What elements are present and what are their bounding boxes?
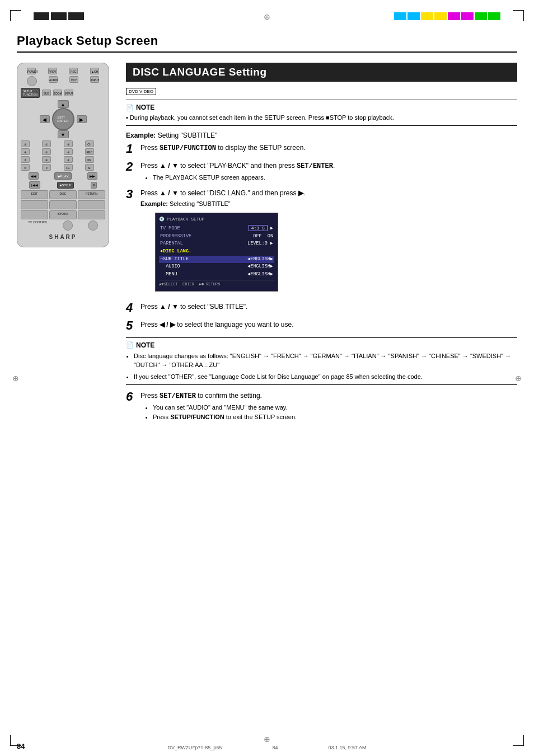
- note-2-title: 📄 NOTE: [126, 341, 517, 349]
- note-box-1: 📄 NOTE • During playback, you cannot set…: [126, 100, 517, 126]
- screen-mockup: 💿 PLAYBACK SETUP TV MODE 4:3 S ▶ PROGRES…: [155, 213, 278, 291]
- step-6-bold: SETUP/FUNCTION: [170, 414, 224, 420]
- screen-disclang-label: ●DISC LANG.: [160, 248, 191, 256]
- screen-bottom-text: ▲▼SELECT ENTER ▶■ RETURN: [159, 281, 220, 288]
- num-2: ②: [42, 140, 51, 147]
- tv-2: [88, 220, 98, 231]
- num-0: 0: [42, 164, 51, 171]
- step-5-content: Press ◀ / ▶ to select the language you w…: [140, 320, 517, 330]
- stop-btn: ■STOP: [57, 182, 74, 189]
- vol-btn: ▼CH: [69, 76, 78, 83]
- step-3-content: Press ▲ / ▼ to select "DISC LANG." and t…: [140, 188, 517, 296]
- note-1-title: 📄 NOTE: [126, 104, 517, 111]
- note-2-label: NOTE: [136, 341, 154, 349]
- prev-btn: PREV: [48, 68, 57, 74]
- num-7: ⑦: [21, 156, 30, 163]
- right-column: DISC LANGUAGE Setting DVD VIDEO 📄 NOTE •…: [126, 63, 517, 427]
- bot-7: [21, 210, 48, 219]
- input-btn: INPUT: [90, 76, 99, 83]
- step-5-key: ◀ / ▶: [160, 321, 175, 328]
- footer-filename: DV_RW2U#p71-85_p65: [167, 745, 222, 750]
- playback-row: ◀◀ ▶PLAY ▶▶: [21, 172, 105, 180]
- step-5-num: 5: [126, 320, 137, 332]
- tv-control-label: TV CONTROL: [28, 220, 48, 231]
- color-bar-cyan: [394, 12, 406, 20]
- ch-right: CH: [85, 140, 94, 147]
- page-title: Playback Setup Screen: [17, 34, 517, 53]
- screen-row-audio: AUDIO ◀ENGLISH▶: [159, 263, 274, 271]
- screen-parental-label: PARENTAL: [160, 240, 183, 248]
- step-3: 3 Press ▲ / ▼ to select "DISC LANG." and…: [126, 188, 517, 296]
- footer-center: DV_RW2U#p71-85_p65 84 03.1.15, 9:57 AM: [167, 745, 366, 750]
- step-6-num: 6: [126, 391, 137, 403]
- screen-row-disclang: ●DISC LANG.: [159, 248, 274, 256]
- corner-br: [513, 735, 524, 746]
- num-5: ⑤: [42, 148, 51, 155]
- zoom-btn: ZOOM: [53, 90, 62, 96]
- btn-r1: [27, 76, 37, 86]
- step-1: 1 Press SETUP/FUNCTION to display the SE…: [126, 143, 517, 155]
- screen-tvmode-value: 4:3 S ▶: [249, 225, 273, 233]
- screen-prog-value: OFF ON: [253, 233, 273, 241]
- bot-2: DISC: [49, 190, 77, 199]
- step-4: 4 Press ▲ / ▼ to select "SUB TITLE".: [126, 302, 517, 314]
- note-2-bullets: Disc language changes as follows: "ENGLI…: [134, 351, 517, 382]
- black-bar-3: [68, 12, 84, 20]
- note-box-2: 📄 NOTE Disc language changes as follows:…: [126, 337, 517, 386]
- bot-5: [49, 200, 77, 209]
- tvmode-box: 4:3 S: [249, 225, 268, 231]
- screen-disc-icon: 💿: [159, 216, 165, 223]
- black-bar-1: [34, 12, 49, 20]
- note-2-bullet-2: If you select "OTHER", see "Language Cod…: [134, 372, 517, 382]
- screen-title-row: 💿 PLAYBACK SETUP: [159, 216, 274, 223]
- nav-cluster: ▲ ◀ SET/ENTER ▶ ▼: [21, 100, 105, 138]
- screen-row-menu: MENU ◀ENGLISH▶: [159, 271, 274, 279]
- bot-6: [78, 200, 105, 209]
- audio-btn: AUDIO: [49, 76, 58, 83]
- screen-audio-label: AUDIO: [160, 263, 180, 271]
- ch-btn: ▲CH: [90, 68, 99, 74]
- step-4-key: ▲ / ▼: [160, 303, 179, 311]
- bot-9: [78, 210, 105, 219]
- step-5: 5 Press ◀ / ▶ to select the language you…: [126, 320, 517, 332]
- step-6: 6 Press SET/ENTER to confirm the setting…: [126, 391, 517, 421]
- num-1: ①: [21, 140, 30, 147]
- reg-mark-bottom: ⊕: [264, 735, 270, 744]
- left-column: POWER PREV REC ▲CH AUDIO ▼CH INPUT SETUP…: [17, 63, 115, 247]
- step-6-bullet-1: You can set "AUDIO" and "MENU" the same …: [153, 403, 517, 412]
- num-10: ⑩: [21, 164, 30, 171]
- prog-btn: PR: [85, 156, 94, 163]
- example-strong-1: Example:: [126, 132, 156, 139]
- step-1-num: 1: [126, 143, 137, 155]
- pause-btn: II: [91, 182, 97, 189]
- remote-top-row: POWER PREV REC ▲CH: [21, 68, 105, 74]
- corner-tl: [10, 10, 21, 21]
- step-2-key2: SET/ENTER: [297, 162, 333, 170]
- step-6-bullet-2: Press SETUP/FUNCTION to exit the SETUP s…: [153, 412, 517, 422]
- screen-subtitle-label: →SUB TITLE: [160, 256, 189, 264]
- step-3-key2: ▶: [298, 189, 303, 197]
- note-1-text: • During playback, you cannot set each i…: [126, 114, 517, 122]
- input2-btn: INPUT: [64, 90, 73, 96]
- main-layout: POWER PREV REC ▲CH AUDIO ▼CH INPUT SETUP…: [17, 63, 517, 427]
- color-bars: [394, 12, 500, 20]
- sub-btn: SUB: [42, 90, 51, 96]
- nav-left: ◀: [40, 115, 50, 123]
- step-2-bullets: The PLAYBACK SETUP screen appears.: [146, 173, 517, 182]
- note-icon-1: 📄: [126, 104, 134, 111]
- stop-row: |◀◀ ■STOP II: [21, 181, 105, 189]
- step-1-key: SETUP/FUNCTION: [160, 144, 216, 152]
- step-1-content: Press SETUP/FUNCTION to display the SETU…: [140, 143, 517, 153]
- nav-up: ▲: [58, 100, 69, 108]
- example-text-1: Setting "SUBTITLE": [158, 132, 218, 139]
- screen-row-subtitle: →SUB TITLE ◀ENGLISH▶: [159, 256, 274, 264]
- color-bar-green: [475, 12, 487, 20]
- step-4-content: Press ▲ / ▼ to select "SUB TITLE".: [140, 302, 517, 312]
- step-3-num: 3: [126, 188, 137, 200]
- power-btn: POWER: [27, 68, 36, 74]
- color-bar-magenta: [448, 12, 460, 20]
- prev-track: |◀◀: [29, 181, 40, 189]
- step-2-content: Press ▲ / ▼ to select "PLAY-BACK" and th…: [140, 161, 517, 182]
- num-8: ⑧: [42, 156, 51, 163]
- corner-tr: [513, 10, 524, 21]
